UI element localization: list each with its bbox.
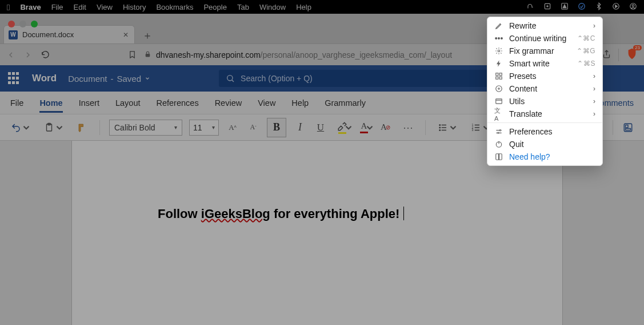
menubar-view[interactable]: View [97, 3, 113, 11]
menu-translate[interactable]: 文A Translate › [487, 108, 602, 120]
menubar-file[interactable]: File [51, 3, 63, 11]
underline-button[interactable]: U [314, 119, 327, 136]
menu-rewrite[interactable]: Rewrite › [487, 19, 602, 32]
chevron-right-icon: › [593, 72, 595, 80]
document-text[interactable]: Follow iGeeksBlog for everything Apple! [158, 207, 403, 221]
ribbon-tab-references[interactable]: References [156, 98, 198, 108]
shrink-font-button[interactable]: Aˇ [246, 119, 260, 136]
word-brand[interactable]: Word [32, 73, 57, 84]
browser-tab[interactable]: W Document.docx ✕ [3, 25, 135, 43]
status-download-icon[interactable] [543, 2, 551, 12]
app-launcher-icon[interactable] [8, 72, 21, 85]
highlight-button[interactable] [334, 119, 350, 136]
ribbon-tab-help[interactable]: Help [291, 98, 309, 108]
menubar-history[interactable]: History [123, 3, 146, 11]
tab-close-icon[interactable]: ✕ [123, 31, 129, 39]
bookmark-icon[interactable] [127, 50, 137, 60]
menu-need-help[interactable]: Need help? [487, 150, 602, 163]
menu-utils[interactable]: Utils › [487, 95, 602, 108]
reload-button[interactable] [40, 50, 50, 60]
menubar-edit[interactable]: Edit [74, 3, 86, 11]
svg-point-25 [498, 50, 500, 52]
status-play-icon[interactable] [612, 2, 620, 12]
new-tab-button[interactable]: ＋ [139, 27, 155, 43]
ribbon-tab-file[interactable]: File [10, 98, 23, 108]
ribbon-tab-insert[interactable]: Insert [79, 98, 99, 108]
menubar-window[interactable]: Window [259, 3, 286, 11]
ribbon-tab-home[interactable]: Home [39, 98, 62, 108]
svg-rect-23 [626, 125, 629, 128]
brave-shield-icon[interactable]: 23 [626, 47, 638, 62]
menu-content[interactable]: Content › [487, 82, 602, 95]
apple-icon[interactable]:  [7, 2, 10, 12]
svg-point-2 [579, 3, 585, 9]
chevron-down-icon: ▾ [174, 124, 177, 130]
window-zoom-button[interactable] [31, 21, 38, 27]
utils-icon [494, 97, 503, 106]
menubar-app[interactable]: Brave [20, 3, 41, 11]
window-minimize-button[interactable] [19, 21, 26, 27]
status-sync-icon[interactable] [578, 2, 586, 12]
menu-preferences[interactable]: Preferences [487, 125, 602, 138]
undo-button[interactable] [8, 119, 34, 136]
svg-rect-11 [442, 124, 446, 125]
font-name-select[interactable]: Calibri Bold ▾ [109, 120, 182, 136]
menubar-bookmarks[interactable]: Bookmarks [156, 3, 193, 11]
search-icon [226, 74, 235, 83]
ribbon-tab-review[interactable]: Review [215, 98, 242, 108]
status-triangle-icon[interactable] [561, 2, 569, 12]
forward-button[interactable] [23, 50, 33, 60]
menu-fix-grammar[interactable]: Fix grammar ⌃⌘G [487, 45, 602, 57]
back-button[interactable] [6, 50, 16, 60]
ribbon-tab-view[interactable]: View [258, 98, 275, 108]
menu-smart-write[interactable]: Smart write ⌃⌘S [487, 57, 602, 70]
window-close-button[interactable] [8, 21, 15, 27]
document-canvas[interactable]: Follow iGeeksBlog for everything Apple! [0, 141, 644, 325]
menu-continue-writing[interactable]: ••• Continue writing ⌃⌘C [487, 32, 602, 45]
more-formatting-button[interactable]: ⋯ [400, 119, 416, 136]
chevron-down-icon: ▾ [212, 124, 215, 130]
font-size-select[interactable]: 11 ▾ [189, 120, 219, 136]
bold-button[interactable]: B [267, 118, 286, 137]
document-name[interactable]: Document [68, 74, 107, 84]
word-favicon: W [9, 30, 18, 39]
page[interactable]: Follow iGeeksBlog for everything Apple! [71, 141, 563, 325]
bullets-button[interactable] [435, 119, 461, 136]
svg-rect-17 [475, 124, 479, 125]
share-icon[interactable] [602, 49, 611, 61]
svg-rect-29 [499, 77, 502, 79]
svg-rect-31 [496, 99, 502, 104]
tab-title: Document.docx [22, 30, 74, 39]
italic-button[interactable]: I [293, 119, 307, 136]
status-bluetooth-icon[interactable] [595, 2, 603, 12]
menubar-tab[interactable]: Tab [237, 3, 249, 11]
svg-rect-13 [442, 127, 446, 128]
designer-button[interactable] [620, 119, 636, 136]
text-caret [403, 207, 404, 220]
status-elephant-icon[interactable] [526, 2, 534, 12]
spelling-error[interactable]: iGeeksBlog [201, 207, 270, 221]
search-input[interactable]: Search (Option + Q) [219, 70, 516, 87]
svg-rect-6 [146, 53, 150, 56]
format-painter-button[interactable] [74, 119, 90, 136]
chevron-right-icon: › [593, 85, 595, 93]
menu-presets[interactable]: Presets › [487, 70, 602, 82]
paste-button[interactable] [41, 119, 67, 136]
menu-quit[interactable]: Quit [487, 138, 602, 150]
clear-formatting-button[interactable]: A⊘ [378, 119, 393, 136]
svg-point-32 [499, 130, 501, 131]
status-user-icon[interactable] [629, 2, 637, 12]
svg-point-5 [632, 5, 634, 7]
ribbon-tab-layout[interactable]: Layout [115, 98, 141, 108]
pencil-icon [494, 21, 503, 30]
chevron-right-icon: › [593, 97, 595, 105]
grow-font-button[interactable]: A^ [226, 119, 239, 136]
shield-badge: 23 [633, 45, 642, 50]
bolt-icon [494, 59, 503, 68]
menubar-people[interactable]: People [203, 3, 226, 11]
svg-point-7 [227, 76, 233, 81]
menubar-help[interactable]: Help [296, 3, 311, 11]
font-color-button[interactable]: A [357, 119, 371, 136]
ribbon-tab-grammarly[interactable]: Grammarly [325, 98, 366, 108]
save-status[interactable]: Saved [117, 74, 151, 84]
